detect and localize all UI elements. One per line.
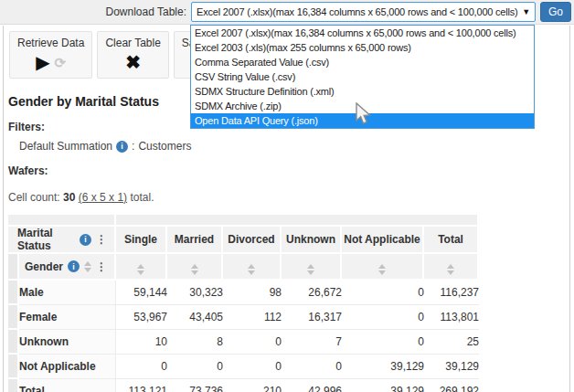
table-cell: 0 <box>342 330 424 355</box>
table-cell: 16,317 <box>282 305 342 330</box>
table-cell: 0 <box>223 330 282 355</box>
option-sdmx-xml[interactable]: SDMX Structure Definition (.xml) <box>191 84 534 99</box>
wafers-heading: Wafers: <box>8 164 569 177</box>
table-cell: 98 <box>223 281 282 305</box>
table-cell: 113,801 <box>424 305 479 330</box>
clear-table-label: Clear Table <box>105 37 160 49</box>
table-cell: 73,736 <box>167 379 223 392</box>
chevron-down-icon: ▼ <box>522 7 530 16</box>
wafer-strip-row <box>8 215 479 227</box>
table-cell: 116,237 <box>424 281 479 305</box>
option-csv[interactable]: Comma Separated Value (.csv) <box>191 55 534 69</box>
row-label: Female <box>19 305 116 330</box>
table-cell: 0 <box>167 355 223 379</box>
sort-cell-married <box>167 254 223 281</box>
cell-count-prefix: Cell count: <box>8 191 60 204</box>
column-header-total: Total <box>424 227 479 254</box>
table-cell: 25 <box>424 330 479 355</box>
menu-dots-icon[interactable]: ⋮ <box>96 260 107 273</box>
filter-value: Customers <box>138 140 191 153</box>
row-label: Total <box>19 379 116 392</box>
table-cell: 0 <box>223 355 282 379</box>
table-row-unknown: Unknown 10 8 0 7 0 25 <box>8 330 479 355</box>
go-button[interactable]: Go <box>540 2 571 22</box>
filter-name: Default Summation <box>19 140 112 153</box>
play-icon: ▶ <box>36 53 49 71</box>
sort-control[interactable] <box>191 264 198 275</box>
download-format-value: Excel 2007 (.xlsx)(max 16,384 columns x … <box>197 6 518 17</box>
table-row-not-applicable: Not Applicable 0 0 0 0 39,129 39,129 <box>8 355 479 379</box>
table-row-female: Female 53,967 43,405 112 16,317 0 113,80… <box>8 305 479 330</box>
cell-count-value: 30 <box>63 191 75 204</box>
table-cell: 43,405 <box>167 305 223 330</box>
sort-control[interactable] <box>378 264 386 275</box>
column-header-unknown: Unknown <box>282 227 342 254</box>
table-cell: 26,672 <box>282 281 342 305</box>
option-csv-string[interactable]: CSV String Value (.csv) <box>191 69 534 84</box>
refresh-icon: ⟳ <box>55 56 67 69</box>
gutter-cell <box>8 379 19 392</box>
filter-colon: : <box>132 140 134 153</box>
menu-dots-icon[interactable]: ⋮ <box>96 233 107 246</box>
sort-cell-unknown <box>282 254 342 281</box>
sort-cell-not-applicable <box>342 254 424 281</box>
download-format-select[interactable]: Excel 2007 (.xlsx)(max 16,384 columns x … <box>191 2 536 22</box>
option-excel-2003[interactable]: Excel 2003 (.xls)(max 255 columns x 65,0… <box>191 40 534 55</box>
sort-control[interactable] <box>137 264 144 275</box>
column-header-row: Marital Status i ⋮ Single Married Divorc… <box>8 227 479 254</box>
sort-control[interactable] <box>248 264 255 275</box>
row-dimension-label: Gender <box>25 260 63 273</box>
download-format-listbox: Excel 2007 (.xlsx)(max 16,384 columns x … <box>190 25 535 129</box>
gutter-cell <box>8 305 19 330</box>
clear-x-icon: ✖ <box>125 53 141 71</box>
table-cell: 59,144 <box>116 281 167 305</box>
retrieve-data-label: Retrieve Data <box>17 37 84 49</box>
table-cell: 0 <box>282 355 342 379</box>
cell-count-line: Cell count: 30 (6 x 5 x 1) total. <box>8 191 569 204</box>
table-cell: 53,967 <box>116 305 167 330</box>
table-row-male: Male 59,144 30,323 98 26,672 0 116,237 <box>8 281 479 305</box>
option-excel-2007[interactable]: Excel 2007 (.xlsx)(max 16,384 columns x … <box>191 26 534 40</box>
data-table: Marital Status i ⋮ Single Married Divorc… <box>8 215 479 392</box>
gutter-cell <box>8 355 19 379</box>
column-dimension-header: Marital Status i ⋮ <box>8 227 116 254</box>
row-label: Unknown <box>19 330 116 355</box>
download-table-label: Download Table: <box>105 5 186 18</box>
sort-cell-total <box>424 254 479 281</box>
column-header-married: Married <box>167 227 223 254</box>
wafer-strip-left <box>8 215 116 227</box>
column-header-not-applicable: Not Applicable <box>342 227 424 254</box>
table-cell: 39,129 <box>424 355 479 379</box>
info-icon[interactable]: i <box>68 260 80 272</box>
row-dimension-header: Gender i ⋮ <box>19 254 116 281</box>
table-cell: 0 <box>116 355 167 379</box>
cell-count-link[interactable]: (6 x 5 x 1) <box>79 191 127 204</box>
clear-table-button[interactable]: Clear Table ✖ <box>97 31 168 79</box>
cell-count-suffix: total. <box>130 191 154 204</box>
table-cell: 112 <box>223 305 282 330</box>
sort-control[interactable] <box>84 261 91 272</box>
table-cell: 10 <box>116 330 167 355</box>
gutter-cell <box>8 254 19 281</box>
row-label: Male <box>19 281 116 305</box>
option-open-data-api-json[interactable]: Open Data API Query (.json) <box>191 113 534 128</box>
sort-control[interactable] <box>447 264 454 275</box>
table-cell: 113,121 <box>116 379 167 392</box>
info-icon[interactable]: i <box>80 234 91 246</box>
row-label: Not Applicable <box>19 355 116 379</box>
info-icon[interactable]: i <box>116 141 128 153</box>
download-bar: Download Table: Excel 2007 (.xlsx)(max 1… <box>0 0 574 25</box>
app-window: { "topbar": { "label": "Download Table:"… <box>0 0 574 392</box>
column-dimension-label: Marital Status <box>17 227 75 252</box>
gutter-cell <box>8 330 19 355</box>
table-cell: 210 <box>223 379 282 392</box>
gutter-cell <box>8 281 19 305</box>
table-cell: 0 <box>342 305 424 330</box>
sort-cell-divorced <box>223 254 282 281</box>
filter-line: Default Summation i : Customers <box>19 140 569 153</box>
retrieve-data-button[interactable]: Retrieve Data ▶ ⟳ <box>9 31 92 79</box>
table-cell: 39,129 <box>342 379 424 392</box>
sort-cell-single <box>116 254 167 281</box>
option-sdmx-zip[interactable]: SDMX Archive (.zip) <box>191 99 534 113</box>
sort-control[interactable] <box>307 264 314 275</box>
